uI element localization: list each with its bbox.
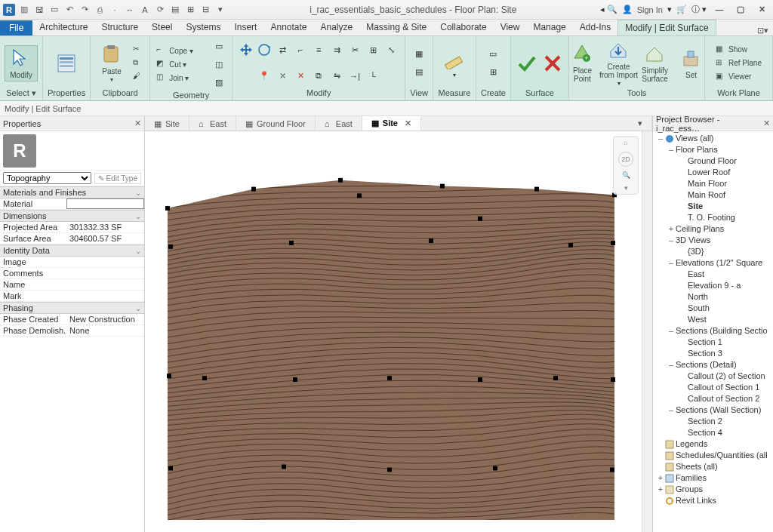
prop-row[interactable]: Phase CreatedNew Construction bbox=[0, 314, 144, 325]
scale-icon[interactable]: ⤡ bbox=[383, 42, 399, 58]
home-icon[interactable]: ⌂ bbox=[624, 139, 627, 146]
tree-node[interactable]: {3D} bbox=[653, 246, 773, 257]
type-keyword-icon[interactable]: ◂ 🔍 bbox=[600, 5, 617, 14]
close-button[interactable]: ✕ bbox=[753, 3, 770, 17]
tree-node[interactable]: Sheets (all) bbox=[653, 461, 773, 472]
view-tab[interactable]: ⌂East bbox=[189, 116, 236, 131]
tree-node[interactable]: –Elevations (1/2" Square bbox=[653, 257, 773, 269]
view-tab[interactable]: ▦Site✕ bbox=[362, 116, 421, 131]
tree-node[interactable]: –Sections (Building Sectio bbox=[653, 325, 773, 337]
type-selector[interactable]: Topography bbox=[3, 172, 91, 184]
place-point-button[interactable]: + Place Point bbox=[566, 42, 599, 85]
tree-node[interactable]: Elevation 9 - a bbox=[653, 280, 773, 291]
topography[interactable] bbox=[163, 173, 624, 520]
qat-save-icon[interactable]: 🖫 bbox=[33, 4, 45, 16]
ribbon-tab-add-ins[interactable]: Add-Ins bbox=[573, 20, 617, 35]
ribbon-tab-massing-site[interactable]: Massing & Site bbox=[359, 20, 433, 35]
matchtype-button[interactable]: 🖌 bbox=[131, 71, 145, 83]
qat-back-icon[interactable]: ▭ bbox=[48, 4, 60, 16]
create-icon-1[interactable]: ▭ bbox=[485, 46, 501, 63]
trim-icon[interactable]: ⌐ bbox=[292, 42, 309, 58]
qat-undo-icon[interactable]: ↶ bbox=[63, 4, 75, 16]
properties-close-icon[interactable]: ✕ bbox=[134, 118, 141, 128]
qat-measure-icon[interactable]: ↔ bbox=[124, 4, 136, 16]
tree-node[interactable]: –Sections (Detail) bbox=[653, 359, 773, 371]
view-icon-2[interactable]: ▤ bbox=[411, 64, 427, 81]
qat-text-icon[interactable]: A bbox=[139, 4, 151, 16]
tree-node[interactable]: T. O. Footing bbox=[653, 212, 773, 223]
create-import-button[interactable]: Create from Import ▾ bbox=[602, 38, 636, 88]
paste-button[interactable]: Paste ▾ bbox=[95, 42, 128, 85]
tree-node[interactable]: Schedules/Quantities (all bbox=[653, 450, 773, 461]
view-tab[interactable]: ▦Site bbox=[145, 116, 189, 131]
tree-node[interactable]: +Families bbox=[653, 472, 773, 484]
tree-node[interactable]: Ground Floor bbox=[653, 155, 773, 167]
tree-node[interactable]: +Groups bbox=[653, 484, 773, 495]
corner-icon[interactable]: └ bbox=[365, 68, 381, 85]
tree-node[interactable]: Section 4 bbox=[653, 427, 773, 438]
modify-tool-button[interactable]: Modify bbox=[5, 45, 38, 81]
tree-node[interactable]: East bbox=[653, 269, 773, 280]
qat-window-icon[interactable]: ▤ bbox=[169, 4, 181, 16]
properties-button[interactable] bbox=[50, 51, 83, 76]
tree-node[interactable]: Legends bbox=[653, 438, 773, 450]
tree-node[interactable]: Callout of Section 1 bbox=[653, 382, 773, 393]
qat-dropdown-icon[interactable]: ▾ bbox=[214, 4, 226, 16]
file-tab[interactable]: File bbox=[0, 20, 32, 35]
show-button[interactable]: ▦Show bbox=[714, 44, 763, 56]
tree-node[interactable]: Lower Roof bbox=[653, 167, 773, 178]
cancel-surface-icon[interactable] bbox=[541, 52, 564, 75]
finish-surface-icon[interactable] bbox=[516, 52, 538, 75]
view-tab[interactable]: ⌂East bbox=[316, 116, 362, 131]
copy-button[interactable]: ⧉ bbox=[131, 57, 145, 69]
nav-icon[interactable]: 🔍 bbox=[622, 171, 630, 179]
zoom2d-icon[interactable]: 2D bbox=[618, 152, 633, 167]
ribbon-tab-structure[interactable]: Structure bbox=[94, 20, 145, 35]
canvas[interactable]: ⌂ 2D 🔍 ▾ bbox=[145, 131, 652, 532]
unpin-icon[interactable]: ⤫ bbox=[274, 68, 291, 85]
qat-print-icon[interactable]: ⎙ bbox=[94, 4, 106, 16]
split-icon[interactable]: ✂ bbox=[346, 42, 363, 58]
pin-icon[interactable]: 📍 bbox=[256, 68, 273, 85]
prop-row[interactable]: Mark bbox=[0, 291, 144, 302]
tree-node[interactable]: Callout of Section 2 bbox=[653, 393, 773, 404]
mirror-axis-icon[interactable]: ⇋ bbox=[328, 68, 345, 85]
view-tab[interactable]: ▦Ground Floor bbox=[236, 116, 316, 131]
qat-redo-icon[interactable]: ↷ bbox=[79, 4, 91, 16]
browser-tree[interactable]: –Views (all)–Floor PlansGround FloorLowe… bbox=[653, 131, 773, 532]
ribbon-tab-manage[interactable]: Manage bbox=[526, 20, 572, 35]
ribbon-tab-view[interactable]: View bbox=[494, 20, 527, 35]
view-tab-list-icon[interactable]: ▾ bbox=[629, 116, 652, 131]
tree-node[interactable]: Section 2 bbox=[653, 416, 773, 427]
tree-node[interactable]: Section 1 bbox=[653, 337, 773, 348]
prop-row[interactable]: Name bbox=[0, 279, 144, 291]
apps-icon[interactable]: 🛒 bbox=[676, 5, 687, 14]
tree-node[interactable]: –3D Views bbox=[653, 235, 773, 246]
align-icon[interactable]: ≡ bbox=[310, 42, 327, 58]
ribbon-tab-architecture[interactable]: Architecture bbox=[32, 20, 94, 35]
geom-icon-2[interactable]: ◫ bbox=[211, 56, 227, 72]
ribbon-switch-icon[interactable]: ⊡▾ bbox=[752, 26, 773, 35]
array-icon[interactable]: ⊞ bbox=[365, 42, 381, 58]
tree-node[interactable]: –Sections (Wall Section) bbox=[653, 404, 773, 416]
tree-node[interactable]: Section 3 bbox=[653, 348, 773, 359]
join-button[interactable]: ◫Join ▾ bbox=[155, 72, 208, 84]
help-icon[interactable]: ⓘ ▾ bbox=[691, 4, 707, 15]
delete-icon[interactable]: ✕ bbox=[292, 68, 309, 85]
ribbon-tab-annotate[interactable]: Annotate bbox=[263, 20, 313, 35]
ribbon-tab-analyze[interactable]: Analyze bbox=[314, 20, 360, 35]
prop-row[interactable]: Material bbox=[0, 198, 144, 210]
cut-geom-button[interactable]: ◩Cut ▾ bbox=[155, 58, 208, 70]
view-cube[interactable]: ⌂ 2D 🔍 ▾ bbox=[613, 136, 639, 195]
prop-group[interactable]: Identity Data⌄ bbox=[0, 244, 144, 257]
favorites-icon[interactable]: ▾ bbox=[667, 5, 672, 14]
ribbon-tab-modify-edit-surface[interactable]: Modify | Edit Surface bbox=[617, 20, 716, 35]
prop-row[interactable]: Phase Demolish...None bbox=[0, 325, 144, 337]
tree-node[interactable]: –Floor Plans bbox=[653, 144, 773, 155]
offset-icon[interactable]: ⇉ bbox=[328, 42, 345, 58]
ribbon-tab-insert[interactable]: Insert bbox=[227, 20, 263, 35]
tree-node[interactable]: Site bbox=[653, 201, 773, 212]
set-button[interactable]: Set bbox=[675, 46, 708, 81]
tree-node[interactable]: North bbox=[653, 291, 773, 303]
copy-mod-icon[interactable]: ⧉ bbox=[310, 68, 327, 85]
